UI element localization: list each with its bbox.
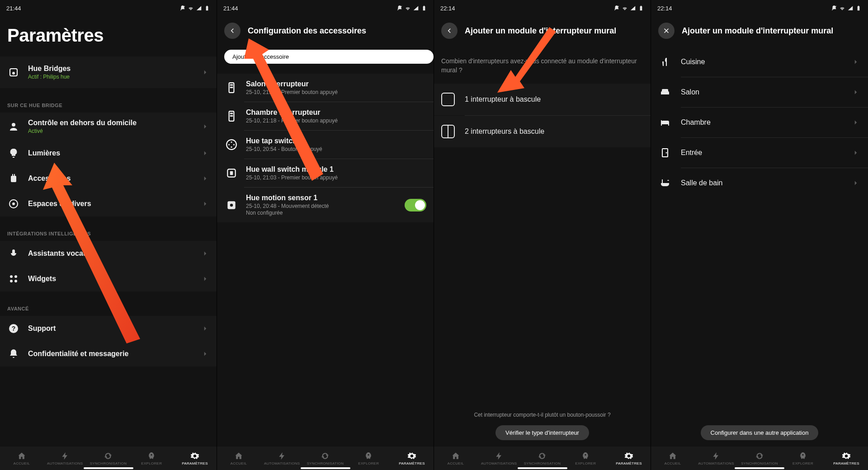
row-voice-assistants[interactable]: Assistants vocaux [0, 241, 217, 266]
back-button[interactable] [224, 23, 241, 39]
screen-settings: 21:44 Paramètres Hue Bridges Actif : Phi… [0, 0, 217, 470]
door-icon [659, 147, 671, 159]
nav-home[interactable]: ACCUEIL [434, 446, 477, 470]
bell-icon [7, 348, 20, 360]
accessory-row[interactable]: Chambre interrupteur 25-10, 21:18 - Prem… [217, 102, 434, 130]
gear-icon [190, 451, 199, 461]
nav-settings[interactable]: PARAMÈTRES [173, 446, 217, 470]
chevron-right-icon [201, 149, 209, 157]
nav-automations[interactable]: AUTOMATISATIONS [694, 446, 738, 470]
option-1-rocker[interactable]: 1 interrupteur à bascule [434, 84, 651, 115]
chevron-right-icon [852, 149, 860, 157]
sync-icon [538, 451, 547, 461]
chevron-right-icon [201, 200, 209, 208]
row-accessories[interactable]: Accessoires [0, 166, 217, 191]
question-text: Combien d'interrupteurs avez-vous connec… [434, 47, 651, 84]
nav-automations[interactable]: AUTOMATISATIONS [477, 446, 521, 470]
accessory-row[interactable]: Hue tap switch 1 25-10, 20:54 - Bouton 1… [217, 131, 434, 159]
nav-sync[interactable]: SYNCHRONISATION [521, 446, 564, 470]
chevron-right-icon [852, 58, 860, 66]
nav-automations[interactable]: AUTOMATISATIONS [43, 446, 87, 470]
nav-home[interactable]: ACCUEIL [217, 446, 260, 470]
back-icon [228, 27, 236, 35]
row-lights[interactable]: Lumières [0, 141, 217, 166]
kitchen-icon [659, 56, 671, 68]
tap-switch-icon [224, 137, 239, 152]
chevron-right-icon [201, 122, 209, 131]
chevron-right-icon [201, 249, 209, 258]
nav-sync[interactable]: SYNCHRONISATION [304, 446, 347, 470]
status-icons [613, 5, 644, 11]
row-hue-bridges[interactable]: Hue Bridges Actif : Philips hue [0, 56, 217, 88]
nav-explore[interactable]: EXPLORER [781, 446, 825, 470]
mic-icon [7, 247, 20, 260]
home-icon [17, 451, 26, 461]
chevron-right-icon [852, 118, 860, 127]
room-row-kitchen[interactable]: Cuisine [651, 47, 868, 77]
page-title: Ajouter un module d'interrupteur mural [682, 26, 833, 36]
room-row-entry[interactable]: Entrée [651, 138, 868, 168]
nav-settings[interactable]: PARAMÈTRES [390, 446, 434, 470]
nav-settings[interactable]: PARAMÈTRES [825, 446, 868, 470]
room-row-bedroom[interactable]: Chambre [651, 108, 868, 137]
page-title: Configuration des accessoires [248, 26, 366, 36]
motion-sensor-icon [224, 198, 239, 212]
gear-icon [407, 451, 416, 461]
back-button[interactable] [441, 23, 458, 39]
bed-icon [659, 117, 671, 128]
add-accessory-button[interactable]: Ajouter un accessoire [224, 50, 434, 64]
sync-icon [755, 451, 764, 461]
accessory-row[interactable]: Hue motion sensor 1 25-10, 20:48 - Mouve… [217, 188, 434, 222]
nav-sync[interactable]: SYNCHRONISATION [738, 446, 781, 470]
room-row-bathroom[interactable]: Salle de bain [651, 168, 868, 198]
close-button[interactable] [658, 23, 675, 39]
rocket-icon [581, 451, 590, 461]
nav-explore[interactable]: EXPLORER [564, 446, 607, 470]
wall-switch-icon [224, 166, 239, 180]
room-row-living[interactable]: Salon [651, 77, 868, 107]
dual-rocker-icon [441, 125, 455, 138]
nav-home[interactable]: ACCUEIL [651, 446, 694, 470]
nav-home[interactable]: ACCUEIL [0, 446, 43, 470]
signal-icon [196, 5, 202, 11]
nav-explore[interactable]: EXPLORER [347, 446, 390, 470]
sync-icon [321, 451, 330, 461]
nav-explore[interactable]: EXPLORER [130, 446, 173, 470]
row-spaces[interactable]: Espaces de divers [0, 191, 217, 216]
bottom-nav: ACCUEILAUTOMATISATIONSSYNCHRONISATIONEXP… [434, 446, 651, 470]
rocket-icon [798, 451, 807, 461]
chevron-right-icon [201, 174, 209, 183]
gear-icon [624, 451, 633, 461]
accessory-row[interactable]: Salon interrupteur 25-10, 21:18 - Premie… [217, 74, 434, 102]
plug-icon [7, 172, 20, 185]
bolt-icon [495, 451, 504, 461]
bridge-icon [7, 66, 20, 79]
back-icon [445, 27, 453, 35]
rocket-icon [147, 451, 156, 461]
status-icons [396, 5, 427, 11]
row-remote-control[interactable]: Contrôle en dehors du domicile Activé [0, 113, 217, 141]
home-icon [668, 451, 677, 461]
wifi-icon [188, 5, 194, 11]
accessory-row[interactable]: Hue wall switch module 1 25-10, 21:03 - … [217, 159, 434, 187]
home-indicator [301, 467, 350, 469]
page-title: Paramètres [0, 16, 217, 56]
chevron-right-icon [201, 324, 209, 333]
configure-elsewhere-button[interactable]: Configurer dans une autre application [701, 425, 819, 440]
row-support[interactable]: Support [0, 316, 217, 341]
verify-switch-type-button[interactable]: Vérifier le type d'interrupteur [495, 425, 589, 440]
nav-settings[interactable]: PARAMÈTRES [607, 446, 651, 470]
motion-sensor-toggle[interactable] [405, 199, 426, 212]
status-icons [179, 5, 210, 11]
single-rocker-icon [441, 93, 455, 106]
section-label: AVANCÉ [0, 298, 217, 316]
screen-add-wall-switch-count: 22:14 Ajouter un module d'interrupteur m… [434, 0, 651, 470]
row-widgets[interactable]: Widgets [0, 266, 217, 291]
dnd-icon [179, 5, 186, 11]
row-title: Hue Bridges [28, 65, 193, 73]
nav-sync[interactable]: SYNCHRONISATION [87, 446, 130, 470]
option-2-rockers[interactable]: 2 interrupteurs à bascule [434, 116, 651, 147]
page-title: Ajouter un module d'interrupteur mural [465, 26, 616, 36]
row-privacy[interactable]: Confidentialité et messagerie [0, 341, 217, 367]
nav-automations[interactable]: AUTOMATISATIONS [260, 446, 304, 470]
